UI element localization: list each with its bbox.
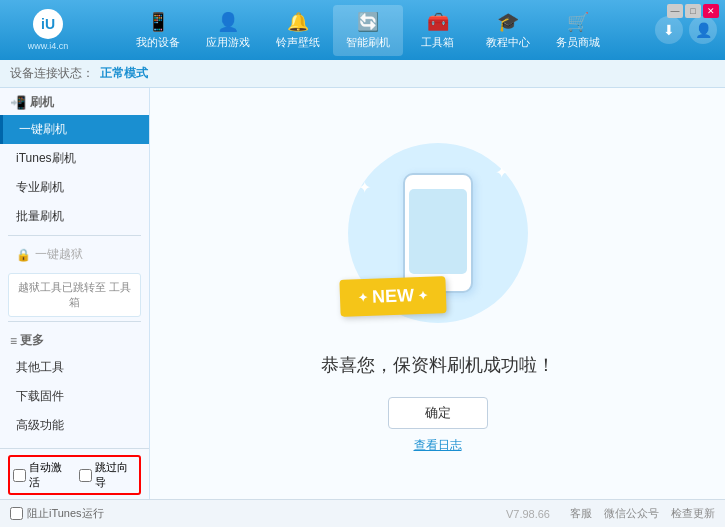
nav-icon-tutorial: 🎓 <box>497 11 519 33</box>
checkbox-row: 自动激活 跳过向导 <box>8 455 141 495</box>
footer-link[interactable]: 微信公众号 <box>604 506 659 521</box>
sparkle-icon-1: ✦ <box>358 178 371 197</box>
version-label: V7.98.66 <box>506 508 550 520</box>
phone-illustration: ✦ ✦ ✦ NEW ✦ <box>338 133 538 333</box>
lock-icon: 🔒 <box>16 248 31 262</box>
success-message: 恭喜您，保资料刷机成功啦！ <box>321 353 555 377</box>
nav-label-service: 务员商城 <box>556 35 600 50</box>
nav-icon-toolbox: 🧰 <box>427 11 449 33</box>
window-controls: — □ ✕ <box>667 4 719 18</box>
nav-label-apps-games: 应用游戏 <box>206 35 250 50</box>
nav-label-toolbox: 工具箱 <box>421 35 454 50</box>
sidebar: 📲 刷机 一键刷机 iTunes刷机 专业刷机 批量刷机 🔒 一键越狱 越狱工具… <box>0 88 150 499</box>
auto-activate-checkbox[interactable]: 自动激活 <box>13 460 71 490</box>
bottom-bar: 阻止iTunes运行 V7.98.66 客服微信公众号检查更新 <box>0 499 725 527</box>
view-log-link[interactable]: 查看日志 <box>414 437 462 454</box>
more-icon: ≡ <box>10 334 17 348</box>
skip-guide-input[interactable] <box>79 469 92 482</box>
confirm-button[interactable]: 确定 <box>388 397 488 429</box>
badge-star-right: ✦ <box>417 288 427 302</box>
nav-label-smart-flash: 智能刷机 <box>346 35 390 50</box>
maximize-button[interactable]: □ <box>685 4 701 18</box>
nav-item-apps-games[interactable]: 👤应用游戏 <box>193 5 263 56</box>
device-section: 自动激活 跳过向导 📱 iPhone 15 Pro Max 512GB iPho… <box>0 448 149 499</box>
sidebar-note: 越狱工具已跳转至 工具箱 <box>8 273 141 317</box>
new-badge-text: NEW <box>371 285 414 307</box>
download-icon[interactable]: ⬇ <box>655 16 683 44</box>
nav-icon-ringtones: 🔔 <box>287 11 309 33</box>
phone-body <box>403 173 473 293</box>
logo-icon: iU <box>33 9 63 39</box>
block-itunes-label: 阻止iTunes运行 <box>27 506 104 521</box>
auto-activate-input[interactable] <box>13 469 26 482</box>
nav-icon-service: 🛒 <box>567 11 589 33</box>
block-itunes-section: 阻止iTunes运行 <box>10 506 104 521</box>
status-prefix: 设备连接状态： <box>10 65 94 82</box>
sidebar-item-one-key-flash[interactable]: 一键刷机 <box>0 115 149 144</box>
sidebar-divider-1 <box>8 235 141 236</box>
auto-activate-label: 自动激活 <box>29 460 71 490</box>
sidebar-item-itunes-flash[interactable]: iTunes刷机 <box>0 144 149 173</box>
nav-item-toolbox[interactable]: 🧰工具箱 <box>403 5 473 56</box>
minimize-button[interactable]: — <box>667 4 683 18</box>
skip-guide-label: 跳过向导 <box>95 460 137 490</box>
nav-label-my-device: 我的设备 <box>136 35 180 50</box>
nav-items: 📱我的设备👤应用游戏🔔铃声壁纸🔄智能刷机🧰工具箱🎓教程中心🛒务员商城 <box>88 5 647 56</box>
block-itunes-checkbox[interactable] <box>10 507 23 520</box>
skip-guide-checkbox[interactable]: 跳过向导 <box>79 460 137 490</box>
sidebar-item-pro-flash[interactable]: 专业刷机 <box>0 173 149 202</box>
flash-section-label: 刷机 <box>30 94 54 111</box>
sidebar-item-jailbreak-disabled: 🔒 一键越狱 <box>0 240 149 269</box>
content-area: ✦ ✦ ✦ NEW ✦ 恭喜您，保资料刷机成功啦！ 确定 查看日志 <box>150 88 725 499</box>
nav-item-tutorial[interactable]: 🎓教程中心 <box>473 5 543 56</box>
sidebar-divider-2 <box>8 321 141 322</box>
close-button[interactable]: ✕ <box>703 4 719 18</box>
badge-star-left: ✦ <box>357 290 367 304</box>
phone-screen <box>409 189 467 274</box>
flash-section-header: 📲 刷机 <box>0 88 149 115</box>
main-layout: 📲 刷机 一键刷机 iTunes刷机 专业刷机 批量刷机 🔒 一键越狱 越狱工具… <box>0 88 725 499</box>
status-bar: 设备连接状态： 正常模式 <box>0 60 725 88</box>
nav-icon-my-device: 📱 <box>147 11 169 33</box>
nav-item-service[interactable]: 🛒务员商城 <box>543 5 613 56</box>
sidebar-item-other-tools[interactable]: 其他工具 <box>0 353 149 382</box>
new-badge: ✦ NEW ✦ <box>339 276 446 317</box>
nav-label-tutorial: 教程中心 <box>486 35 530 50</box>
footer-link[interactable]: 检查更新 <box>671 506 715 521</box>
footer-link[interactable]: 客服 <box>570 506 592 521</box>
nav-item-my-device[interactable]: 📱我的设备 <box>123 5 193 56</box>
logo-area: iU www.i4.cn <box>8 9 88 51</box>
logo-url: www.i4.cn <box>28 41 69 51</box>
sparkle-icon-2: ✦ <box>495 163 508 182</box>
nav-icon-smart-flash: 🔄 <box>357 11 379 33</box>
user-icon[interactable]: 👤 <box>689 16 717 44</box>
nav-item-ringtones[interactable]: 🔔铃声壁纸 <box>263 5 333 56</box>
sidebar-item-advanced[interactable]: 高级功能 <box>0 411 149 440</box>
nav-icon-apps-games: 👤 <box>217 11 239 33</box>
nav-label-ringtones: 铃声壁纸 <box>276 35 320 50</box>
nav-item-smart-flash[interactable]: 🔄智能刷机 <box>333 5 403 56</box>
footer-links: 客服微信公众号检查更新 <box>570 506 715 521</box>
status-value: 正常模式 <box>100 65 148 82</box>
flash-icon: 📲 <box>10 95 26 110</box>
sidebar-item-batch-flash[interactable]: 批量刷机 <box>0 202 149 231</box>
top-navbar: iU www.i4.cn 📱我的设备👤应用游戏🔔铃声壁纸🔄智能刷机🧰工具箱🎓教程… <box>0 0 725 60</box>
footer-right: V7.98.66 客服微信公众号检查更新 <box>506 506 715 521</box>
top-right-actions: ⬇ 👤 <box>655 16 717 44</box>
sidebar-item-download-firmware[interactable]: 下载固件 <box>0 382 149 411</box>
more-section-header: ≡ 更多 <box>0 326 149 353</box>
